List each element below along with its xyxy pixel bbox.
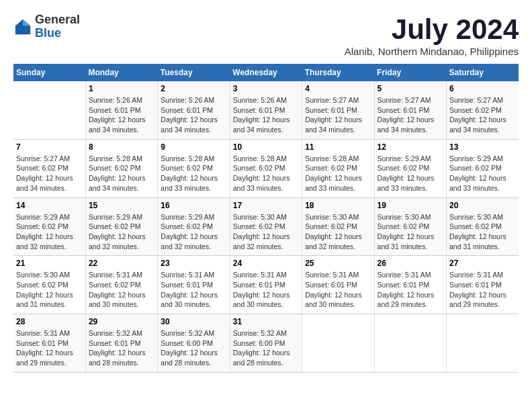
logo-general: General <box>35 13 80 27</box>
day-number: 11 <box>305 142 371 152</box>
day-number: 21 <box>16 259 83 268</box>
day-number: 13 <box>449 142 516 152</box>
main-title: July 2024 <box>345 13 519 46</box>
day-number: 31 <box>233 317 299 326</box>
calendar-cell <box>447 314 519 373</box>
day-info: Sunrise: 5:31 AM Sunset: 6:01 PM Dayligh… <box>449 270 516 310</box>
day-info: Sunrise: 5:28 AM Sunset: 6:02 PM Dayligh… <box>233 154 299 193</box>
day-info: Sunrise: 5:29 AM Sunset: 6:02 PM Dayligh… <box>16 212 83 252</box>
day-number: 14 <box>16 201 83 210</box>
calendar-cell: 5 Sunrise: 5:27 AM Sunset: 6:01 PM Dayli… <box>374 81 446 139</box>
day-number: 9 <box>161 142 226 152</box>
day-info: Sunrise: 5:30 AM Sunset: 6:02 PM Dayligh… <box>378 212 443 252</box>
calendar-week-1: 1 Sunrise: 5:26 AM Sunset: 6:01 PM Dayli… <box>13 81 519 139</box>
col-sunday: Sunday <box>13 64 85 81</box>
day-number: 16 <box>161 201 226 210</box>
day-info: Sunrise: 5:29 AM Sunset: 6:02 PM Dayligh… <box>449 154 516 193</box>
day-info: Sunrise: 5:26 AM Sunset: 6:01 PM Dayligh… <box>161 95 226 135</box>
day-info: Sunrise: 5:31 AM Sunset: 6:01 PM Dayligh… <box>305 270 371 310</box>
calendar-cell: 15 Sunrise: 5:29 AM Sunset: 6:02 PM Dayl… <box>85 197 157 256</box>
calendar-cell: 11 Sunrise: 5:28 AM Sunset: 6:02 PM Dayl… <box>302 139 374 197</box>
day-info: Sunrise: 5:28 AM Sunset: 6:02 PM Dayligh… <box>161 154 226 193</box>
day-info: Sunrise: 5:27 AM Sunset: 6:01 PM Dayligh… <box>305 95 371 135</box>
day-number: 5 <box>378 84 443 93</box>
calendar-cell: 19 Sunrise: 5:30 AM Sunset: 6:02 PM Dayl… <box>374 197 446 256</box>
day-number: 2 <box>161 84 226 93</box>
day-number: 1 <box>89 84 154 93</box>
day-number: 19 <box>378 201 443 210</box>
day-info: Sunrise: 5:32 AM Sunset: 6:01 PM Dayligh… <box>89 328 154 368</box>
day-number: 3 <box>233 84 299 93</box>
calendar-cell: 14 Sunrise: 5:29 AM Sunset: 6:02 PM Dayl… <box>13 197 85 256</box>
day-number: 18 <box>305 201 371 210</box>
logo-text: General Blue <box>35 13 80 40</box>
calendar-cell: 10 Sunrise: 5:28 AM Sunset: 6:02 PM Dayl… <box>230 139 302 197</box>
day-info: Sunrise: 5:26 AM Sunset: 6:01 PM Dayligh… <box>233 95 299 135</box>
day-number: 28 <box>16 317 83 326</box>
calendar-week-5: 28 Sunrise: 5:31 AM Sunset: 6:01 PM Dayl… <box>13 314 519 373</box>
col-saturday: Saturday <box>447 64 519 81</box>
calendar-cell: 13 Sunrise: 5:29 AM Sunset: 6:02 PM Dayl… <box>447 139 519 197</box>
calendar-table: Sunday Monday Tuesday Wednesday Thursday… <box>13 64 519 373</box>
day-info: Sunrise: 5:31 AM Sunset: 6:02 PM Dayligh… <box>89 270 154 310</box>
day-number: 20 <box>449 201 516 210</box>
calendar-cell <box>374 314 446 373</box>
calendar-cell: 12 Sunrise: 5:29 AM Sunset: 6:02 PM Dayl… <box>374 139 446 197</box>
day-info: Sunrise: 5:29 AM Sunset: 6:02 PM Dayligh… <box>89 212 154 252</box>
calendar-cell: 3 Sunrise: 5:26 AM Sunset: 6:01 PM Dayli… <box>230 81 302 139</box>
day-info: Sunrise: 5:31 AM Sunset: 6:01 PM Dayligh… <box>16 328 83 368</box>
day-number: 8 <box>89 142 154 152</box>
calendar-cell: 24 Sunrise: 5:31 AM Sunset: 6:01 PM Dayl… <box>230 256 302 314</box>
day-info: Sunrise: 5:27 AM Sunset: 6:02 PM Dayligh… <box>449 95 516 135</box>
day-number: 10 <box>233 142 299 152</box>
calendar-cell: 30 Sunrise: 5:32 AM Sunset: 6:00 PM Dayl… <box>158 314 230 373</box>
calendar-cell: 27 Sunrise: 5:31 AM Sunset: 6:01 PM Dayl… <box>447 256 519 314</box>
calendar-cell: 1 Sunrise: 5:26 AM Sunset: 6:01 PM Dayli… <box>85 81 157 139</box>
day-info: Sunrise: 5:30 AM Sunset: 6:02 PM Dayligh… <box>16 270 83 310</box>
day-info: Sunrise: 5:29 AM Sunset: 6:02 PM Dayligh… <box>161 212 226 252</box>
day-info: Sunrise: 5:26 AM Sunset: 6:01 PM Dayligh… <box>89 95 154 135</box>
day-number: 26 <box>378 259 443 268</box>
calendar-cell: 7 Sunrise: 5:27 AM Sunset: 6:02 PM Dayli… <box>13 139 85 197</box>
day-info: Sunrise: 5:30 AM Sunset: 6:02 PM Dayligh… <box>305 212 371 252</box>
calendar-cell: 4 Sunrise: 5:27 AM Sunset: 6:01 PM Dayli… <box>302 81 374 139</box>
day-info: Sunrise: 5:27 AM Sunset: 6:02 PM Dayligh… <box>16 154 83 193</box>
logo: General Blue <box>13 13 80 40</box>
calendar-cell: 6 Sunrise: 5:27 AM Sunset: 6:02 PM Dayli… <box>447 81 519 139</box>
day-number: 27 <box>449 259 516 268</box>
title-section: July 2024 Alanib, Northern Mindanao, Phi… <box>345 13 519 57</box>
day-info: Sunrise: 5:27 AM Sunset: 6:01 PM Dayligh… <box>378 95 443 135</box>
calendar-cell: 22 Sunrise: 5:31 AM Sunset: 6:02 PM Dayl… <box>85 256 157 314</box>
calendar-cell: 26 Sunrise: 5:31 AM Sunset: 6:01 PM Dayl… <box>374 256 446 314</box>
day-number: 25 <box>305 259 371 268</box>
calendar-cell: 25 Sunrise: 5:31 AM Sunset: 6:01 PM Dayl… <box>302 256 374 314</box>
col-thursday: Thursday <box>302 64 374 81</box>
calendar-cell: 23 Sunrise: 5:31 AM Sunset: 6:01 PM Dayl… <box>158 256 230 314</box>
calendar-cell: 8 Sunrise: 5:28 AM Sunset: 6:02 PM Dayli… <box>85 139 157 197</box>
calendar-cell <box>13 81 85 139</box>
calendar-week-2: 7 Sunrise: 5:27 AM Sunset: 6:02 PM Dayli… <box>13 139 519 197</box>
col-friday: Friday <box>374 64 446 81</box>
day-number: 30 <box>161 317 226 326</box>
day-number: 29 <box>89 317 154 326</box>
calendar-week-3: 14 Sunrise: 5:29 AM Sunset: 6:02 PM Dayl… <box>13 197 519 256</box>
logo-icon <box>13 17 32 36</box>
calendar-cell: 2 Sunrise: 5:26 AM Sunset: 6:01 PM Dayli… <box>158 81 230 139</box>
logo-blue: Blue <box>35 27 80 40</box>
day-number: 23 <box>161 259 226 268</box>
day-info: Sunrise: 5:29 AM Sunset: 6:02 PM Dayligh… <box>378 154 443 193</box>
day-number: 4 <box>305 84 371 93</box>
svg-marker-1 <box>23 19 30 26</box>
calendar-cell: 16 Sunrise: 5:29 AM Sunset: 6:02 PM Dayl… <box>158 197 230 256</box>
day-info: Sunrise: 5:31 AM Sunset: 6:01 PM Dayligh… <box>161 270 226 310</box>
calendar-cell: 28 Sunrise: 5:31 AM Sunset: 6:01 PM Dayl… <box>13 314 85 373</box>
calendar-cell: 31 Sunrise: 5:32 AM Sunset: 6:00 PM Dayl… <box>230 314 302 373</box>
calendar-cell: 20 Sunrise: 5:30 AM Sunset: 6:02 PM Dayl… <box>447 197 519 256</box>
day-number: 22 <box>89 259 154 268</box>
day-number: 24 <box>233 259 299 268</box>
page-header: General Blue July 2024 Alanib, Northern … <box>13 13 519 57</box>
day-number: 17 <box>233 201 299 210</box>
calendar-cell: 21 Sunrise: 5:30 AM Sunset: 6:02 PM Dayl… <box>13 256 85 314</box>
calendar-cell <box>302 314 374 373</box>
day-number: 12 <box>378 142 443 152</box>
